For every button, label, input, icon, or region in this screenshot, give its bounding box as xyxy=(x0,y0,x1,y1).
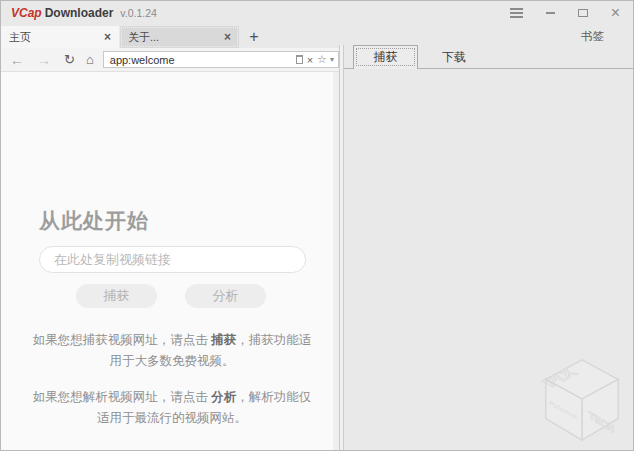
page-mode-icon[interactable] xyxy=(296,55,303,64)
bookmark-label[interactable]: 书签 xyxy=(581,29,604,44)
app-logo: VCap xyxy=(11,6,42,20)
refresh-icon[interactable]: ↻ xyxy=(64,52,75,67)
url-dropdown-icon[interactable]: ▾ xyxy=(330,55,334,64)
maximize-icon[interactable] xyxy=(578,9,588,17)
new-tab-button[interactable]: + xyxy=(244,26,264,48)
analyze-help-pre: 如果您想解析视频网址，请点击 xyxy=(33,390,211,404)
address-bar[interactable]: app:welcome × ☆ ▾ xyxy=(103,51,339,68)
capture-help-bold: 捕获 xyxy=(211,333,236,347)
tab-download[interactable]: 下载 xyxy=(421,45,487,69)
capture-help-pre: 如果您想捕获视频网址，请点击 xyxy=(33,333,211,347)
window-controls: × xyxy=(510,1,620,25)
tab-home-label: 主页 xyxy=(9,30,98,45)
panel-divider[interactable] xyxy=(339,45,344,450)
capture-button[interactable]: 捕获 xyxy=(76,284,157,308)
tab-capture[interactable]: 捕获 xyxy=(353,45,418,69)
tab-about[interactable]: 关于... × xyxy=(120,26,239,48)
video-link-input[interactable] xyxy=(39,246,306,273)
analyze-help-bold: 分析 xyxy=(211,390,236,404)
tab-home[interactable]: 主页 × xyxy=(1,26,119,48)
close-icon[interactable]: × xyxy=(611,1,620,25)
nav-bar: ← → ↻ ⌂ app:welcome × ☆ ▾ xyxy=(1,48,339,72)
watermark-logo: PIX TECH PixTech.us xyxy=(538,353,626,445)
welcome-page: 从此处开始 捕获 分析 如果您想捕获视频网址，请点击 捕获，捕获功能适用于大多数… xyxy=(1,72,333,451)
tab-about-label: 关于... xyxy=(128,30,218,45)
app-window: VCap Downloader v.0.1.24 × 主页 × 关于... × … xyxy=(0,0,634,451)
menu-icon[interactable] xyxy=(510,12,523,14)
analyze-help-text: 如果您想解析视频网址，请点击 分析，解析功能仅适用于最流行的视频网站。 xyxy=(29,387,315,429)
page-title: 从此处开始 xyxy=(39,207,149,235)
back-icon[interactable]: ← xyxy=(10,52,24,68)
minimize-icon[interactable] xyxy=(546,12,555,14)
stop-icon[interactable]: × xyxy=(307,54,313,66)
home-icon[interactable]: ⌂ xyxy=(86,52,94,67)
analyze-button[interactable]: 分析 xyxy=(185,284,266,308)
bookmark-star-icon[interactable]: ☆ xyxy=(317,53,327,66)
url-text[interactable]: app:welcome xyxy=(104,54,296,66)
app-version: v.0.1.24 xyxy=(120,7,157,19)
capture-help-text: 如果您想捕获视频网址，请点击 捕获，捕获功能适用于大多数免费视频。 xyxy=(29,330,315,372)
tab-close-icon[interactable]: × xyxy=(218,30,231,44)
tab-close-icon[interactable]: × xyxy=(98,30,111,44)
forward-icon[interactable]: → xyxy=(37,52,51,68)
app-title: Downloader xyxy=(45,6,114,20)
